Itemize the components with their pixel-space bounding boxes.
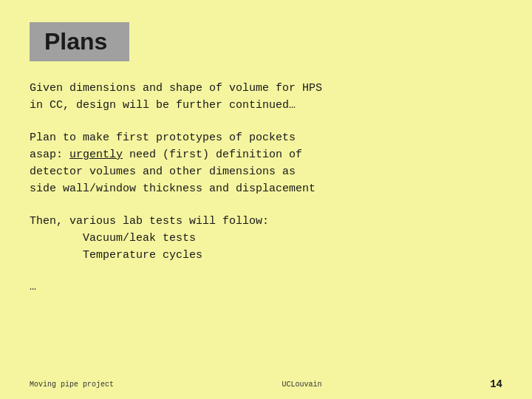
footer-center: UCLouvain [282, 381, 322, 389]
ellipsis-text: … [30, 279, 502, 296]
paragraph-3-text: Then, various lab tests will follow: Vac… [30, 213, 502, 265]
slide: Plans Given dimensions and shape of volu… [0, 0, 532, 399]
title-box: Plans [30, 22, 129, 61]
footer-left: Moving pipe project [30, 381, 114, 389]
paragraph-2: Plan to make first prototypes of pockets… [30, 129, 502, 198]
slide-title: Plans [44, 28, 107, 55]
paragraph-1: Given dimensions and shape of volume for… [30, 80, 502, 115]
footer-page-number: 14 [490, 378, 502, 390]
ellipsis-section: … [30, 279, 502, 296]
paragraph-3: Then, various lab tests will follow: Vac… [30, 213, 502, 265]
slide-footer: Moving pipe project UCLouvain 14 [0, 378, 532, 390]
paragraph-1-text: Given dimensions and shape of volume for… [30, 80, 502, 115]
paragraph-2-text: Plan to make first prototypes of pockets… [30, 129, 502, 198]
urgently-text: urgently [69, 149, 123, 161]
